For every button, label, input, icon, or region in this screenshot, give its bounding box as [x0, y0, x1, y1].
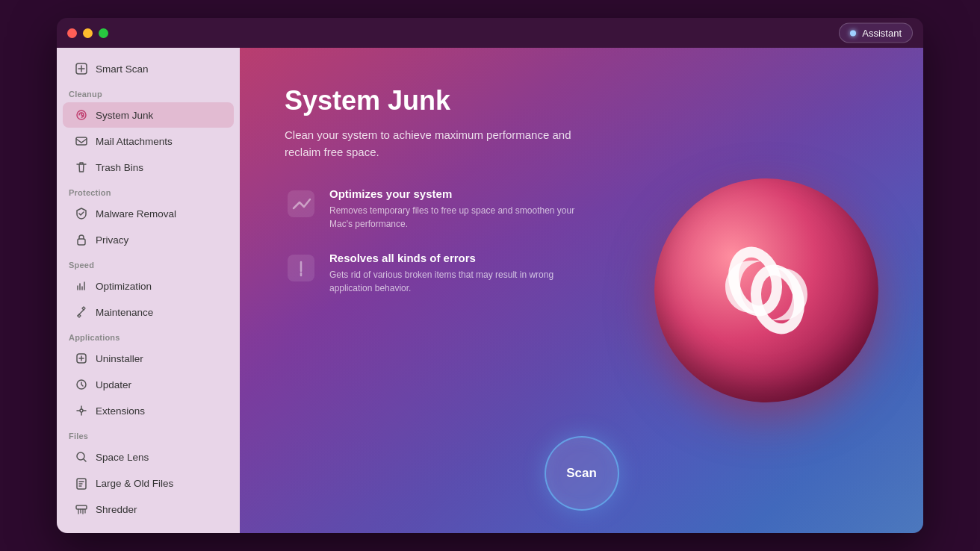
- shredder-label: Shredder: [96, 504, 137, 515]
- maximize-button[interactable]: [99, 28, 108, 38]
- sidebar-item-updater[interactable]: Updater: [63, 372, 234, 397]
- minimize-button[interactable]: [83, 28, 93, 38]
- main-content: Smart Scan Cleanup System Junk: [57, 48, 923, 533]
- feature-desc-optimizes: Removes temporary files to free up space…: [329, 204, 598, 231]
- sidebar: Smart Scan Cleanup System Junk: [57, 48, 240, 533]
- feature-optimizes-icon: [285, 187, 317, 220]
- sidebar-item-space-lens[interactable]: Space Lens: [63, 444, 234, 470]
- sidebar-item-malware-removal[interactable]: Malware Removal: [63, 201, 234, 226]
- space-lens-label: Space Lens: [96, 452, 149, 463]
- section-label-protection: Protection: [57, 181, 240, 200]
- sidebar-item-smart-scan[interactable]: Smart Scan: [63, 56, 234, 81]
- system-junk-icon: [75, 108, 88, 122]
- malware-removal-icon: [75, 207, 88, 220]
- shredder-icon: [75, 502, 88, 516]
- feature-item-optimizes: Optimizes your system Removes temporary …: [285, 187, 598, 231]
- feature-text-optimizes: Optimizes your system Removes temporary …: [329, 187, 598, 231]
- maintenance-label: Maintenance: [96, 307, 153, 318]
- smart-scan-label: Smart Scan: [96, 63, 149, 75]
- mail-attachments-label: Mail Attachments: [96, 136, 173, 147]
- feature-item-resolves: Resolves all kinds of errors Gets rid of…: [285, 252, 598, 295]
- feature-title-resolves: Resolves all kinds of errors: [329, 252, 598, 264]
- optimization-label: Optimization: [96, 281, 152, 292]
- trash-bins-icon: [75, 161, 88, 174]
- scan-button-container: Scan: [545, 436, 619, 511]
- section-label-speed: Speed: [57, 253, 240, 273]
- traffic-lights: [67, 28, 108, 38]
- svg-rect-2: [76, 137, 87, 145]
- sidebar-item-maintenance[interactable]: Maintenance: [63, 299, 234, 325]
- sidebar-item-privacy[interactable]: Privacy: [63, 227, 234, 252]
- section-label-files: Files: [57, 424, 240, 443]
- sidebar-item-shredder[interactable]: Shredder: [63, 496, 234, 522]
- system-junk-label: System Junk: [96, 110, 153, 121]
- maintenance-icon: [75, 305, 88, 319]
- app-window: Assistant Smart Scan Cleanup: [57, 18, 923, 533]
- large-old-files-label: Large & Old Files: [96, 478, 173, 489]
- assistant-button[interactable]: Assistant: [839, 23, 913, 43]
- sidebar-item-uninstaller[interactable]: Uninstaller: [63, 346, 234, 371]
- sidebar-item-trash-bins[interactable]: Trash Bins: [63, 155, 234, 180]
- section-label-cleanup: Cleanup: [57, 82, 240, 102]
- close-button[interactable]: [67, 28, 77, 38]
- feature-text-resolves: Resolves all kinds of errors Gets rid of…: [329, 252, 598, 295]
- sidebar-item-optimization[interactable]: Optimization: [63, 273, 234, 299]
- mail-attachments-icon: [75, 134, 88, 148]
- extensions-icon: [75, 404, 88, 417]
- smart-scan-icon: [75, 62, 88, 75]
- feature-title-optimizes: Optimizes your system: [329, 187, 598, 200]
- uninstaller-label: Uninstaller: [96, 353, 143, 364]
- sidebar-item-extensions[interactable]: Extensions: [63, 398, 234, 423]
- updater-label: Updater: [96, 379, 131, 390]
- scan-button[interactable]: Scan: [545, 436, 619, 511]
- extensions-label: Extensions: [96, 405, 145, 417]
- trash-bins-label: Trash Bins: [96, 162, 143, 173]
- svg-rect-3: [78, 239, 85, 245]
- page-title: System Junk: [285, 85, 598, 116]
- sidebar-item-large-old-files[interactable]: Large & Old Files: [63, 470, 234, 496]
- assistant-status-dot: [850, 30, 856, 36]
- space-lens-icon: [75, 450, 88, 464]
- uninstaller-icon: [75, 352, 88, 365]
- feature-desc-resolves: Gets rid of various broken items that ma…: [329, 268, 598, 295]
- optimization-icon: [75, 279, 88, 293]
- svg-rect-9: [76, 505, 87, 509]
- svg-point-6: [80, 409, 83, 412]
- feature-resolves-icon: [285, 252, 317, 284]
- content-wrapper: System Junk Clean your system to achieve…: [285, 85, 598, 316]
- malware-removal-label: Malware Removal: [96, 208, 176, 220]
- assistant-label: Assistant: [862, 28, 902, 39]
- sidebar-item-system-junk[interactable]: System Junk: [63, 102, 234, 128]
- page-description: Clean your system to achieve maximum per…: [285, 127, 598, 161]
- section-label-applications: Applications: [57, 326, 240, 345]
- sidebar-item-mail-attachments[interactable]: Mail Attachments: [63, 128, 234, 154]
- privacy-icon: [75, 233, 88, 246]
- privacy-label: Privacy: [96, 234, 128, 246]
- large-old-files-icon: [75, 476, 88, 490]
- main-area: System Junk Clean your system to achieve…: [240, 48, 923, 533]
- titlebar: Assistant: [57, 18, 923, 48]
- sphere-logo: [692, 216, 841, 365]
- updater-icon: [75, 378, 88, 391]
- app-sphere: [654, 178, 878, 402]
- sphere-container: [654, 178, 878, 402]
